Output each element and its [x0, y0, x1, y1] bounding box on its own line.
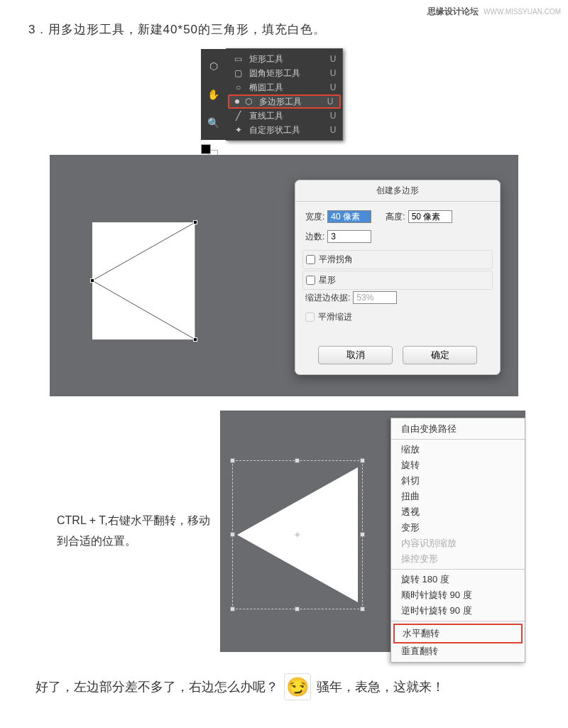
tool-line[interactable]: ╱ 直线工具 U [226, 109, 342, 123]
line-icon: ╱ [232, 110, 245, 121]
transform-handle[interactable] [230, 532, 235, 537]
smooth-corners-label: 平滑拐角 [319, 254, 353, 266]
rectangle-icon: ▭ [232, 53, 245, 65]
zoom-icon: 🔍 [207, 116, 220, 129]
tool-rectangle[interactable]: ▭ 矩形工具 U [226, 52, 342, 66]
shortcut: U [330, 54, 337, 64]
transform-note: CTRL + T,右键水平翻转，移动到合适的位置。 [57, 511, 213, 552]
shortcut: U [330, 125, 337, 135]
star-label: 星形 [319, 274, 336, 286]
tool-label: 矩形工具 [249, 53, 330, 65]
tool-label: 直线工具 [249, 110, 330, 122]
transform-handle[interactable] [295, 458, 300, 463]
custom-shape-icon: ✦ [232, 124, 245, 136]
anchor-point[interactable] [193, 337, 197, 342]
height-label: 高度: [386, 211, 405, 223]
fg-color-icon [201, 144, 211, 154]
ctx-rotate-90ccw[interactable]: 逆时针旋转 90 度 [391, 603, 525, 619]
transform-handle[interactable] [295, 607, 300, 612]
transform-bbox[interactable]: ✦ [232, 460, 363, 609]
star-checkbox[interactable] [306, 276, 315, 285]
triangle-path [92, 222, 195, 339]
create-polygon-dialog: 创建多边形 宽度: 高度: 边数: 平滑拐角 星形 缩进边依 [295, 180, 501, 375]
ctx-flip-horizontal[interactable]: 水平翻转 [393, 624, 523, 643]
toolbox-column: ⬡ ✋ 🔍 [201, 49, 226, 140]
meme-face-icon: 😏 [284, 673, 311, 700]
step-3-text: 3 . 用多边形工具，新建40*50的三角形，填充白色。 [28, 21, 568, 38]
polygon-icon: ⬡ [242, 96, 255, 107]
ok-button[interactable]: 确定 [403, 346, 477, 364]
ctx-scale[interactable]: 缩放 [391, 442, 525, 457]
tool-ellipse[interactable]: ○ 椭圆工具 U [226, 80, 342, 94]
indent-label: 缩进边依据: [305, 292, 350, 304]
canvas-create-polygon: 创建多边形 宽度: 高度: 边数: 平滑拐角 星形 缩进边依 [50, 155, 518, 396]
cancel-button[interactable]: 取消 [318, 346, 393, 364]
watermark: 思缘设计论坛 WWW.MISSYUAN.COM [427, 6, 561, 18]
dialog-title: 创建多边形 [295, 180, 500, 202]
width-label: 宽度: [305, 211, 324, 223]
shortcut: U [330, 82, 337, 92]
active-dot-icon [235, 99, 239, 104]
smooth-indent-checkbox [305, 313, 315, 322]
ctx-content-aware: 内容识别缩放 [391, 536, 525, 551]
smooth-indent-label: 平滑缩进 [318, 311, 352, 323]
ctx-perspective[interactable]: 透视 [391, 504, 525, 520]
smooth-corners-checkbox[interactable] [306, 255, 315, 264]
tool-label: 椭圆工具 [249, 82, 330, 94]
shape-tool-flyout: ⬡ ✋ 🔍 ▭ 矩形工具 U ▢ 圆角矩形工具 U ○ 椭圆工具 U ⬡ 多边形… [226, 48, 343, 141]
transform-handle[interactable] [230, 607, 235, 612]
ellipse-icon: ○ [232, 82, 245, 93]
transform-handle[interactable] [230, 458, 235, 463]
ctx-skew[interactable]: 斜切 [391, 473, 525, 489]
height-input[interactable] [408, 210, 452, 223]
indent-input [353, 291, 397, 304]
sides-label: 边数: [305, 231, 324, 243]
hexagon-icon: ⬡ [207, 60, 220, 72]
tool-rounded-rect[interactable]: ▢ 圆角矩形工具 U [226, 66, 342, 80]
center-mark-icon: ✦ [293, 530, 302, 540]
shortcut: U [327, 97, 334, 107]
ctx-puppet-warp: 操控变形 [391, 551, 525, 567]
ctx-free-transform[interactable]: 自由变换路径 [391, 421, 525, 437]
ctx-distort[interactable]: 扭曲 [391, 489, 525, 504]
watermark-cn: 思缘设计论坛 [427, 6, 479, 16]
tool-custom-shape[interactable]: ✦ 自定形状工具 U [226, 123, 342, 137]
bottom-right-text: 骚年，表急，这就来！ [317, 678, 444, 695]
hand-icon: ✋ [207, 88, 220, 101]
tool-polygon[interactable]: ⬡ 多边形工具 U [228, 94, 341, 109]
ctx-rotate-180[interactable]: 旋转 180 度 [391, 572, 525, 587]
width-input[interactable] [327, 210, 371, 223]
ctx-flip-vertical[interactable]: 垂直翻转 [391, 643, 525, 659]
shortcut: U [330, 111, 337, 121]
transform-handle[interactable] [360, 532, 365, 537]
tool-label: 圆角矩形工具 [249, 67, 330, 80]
watermark-en: WWW.MISSYUAN.COM [484, 8, 561, 16]
tool-label: 多边形工具 [259, 96, 327, 108]
tool-label: 自定形状工具 [249, 124, 330, 136]
ctx-rotate-90cw[interactable]: 顺时针旋转 90 度 [391, 587, 525, 603]
bottom-left-text: 好了，左边部分差不多了，右边怎么办呢？ [36, 678, 278, 695]
anchor-point[interactable] [90, 278, 94, 283]
anchor-point[interactable] [193, 220, 197, 224]
shortcut: U [330, 68, 337, 78]
ctx-rotate[interactable]: 旋转 [391, 457, 525, 473]
rounded-rect-icon: ▢ [232, 67, 245, 79]
transform-handle[interactable] [360, 607, 365, 612]
transform-handle[interactable] [360, 458, 365, 463]
transform-context-menu: 自由变换路径 缩放 旋转 斜切 扭曲 透视 变形 内容识别缩放 操控变形 旋转 … [390, 418, 525, 663]
ctx-warp[interactable]: 变形 [391, 520, 525, 536]
canvas-transform: ✦ 自由变换路径 缩放 旋转 斜切 扭曲 透视 变形 内容识别缩放 操控变形 旋… [220, 411, 525, 652]
bottom-text: 好了，左边部分差不多了，右边怎么办呢？ 😏 骚年，表急，这就来！ [36, 673, 568, 700]
sides-input[interactable] [327, 230, 371, 243]
